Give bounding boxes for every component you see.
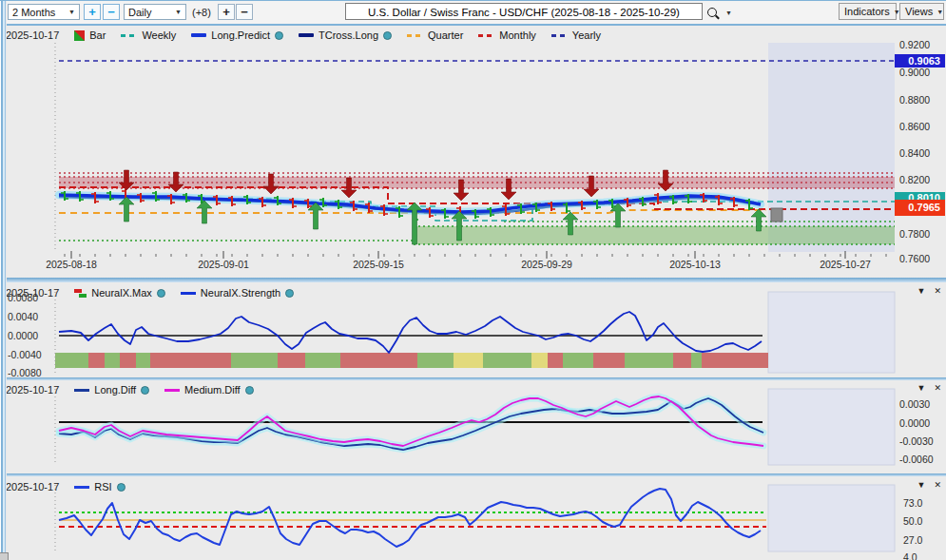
neuralx-max-strip-segment xyxy=(88,353,105,368)
neuralx-max-strip-segment xyxy=(548,353,563,368)
neuralx-max-strip-segment xyxy=(563,353,593,368)
panel-separator[interactable] xyxy=(0,278,946,282)
legend-item-rsi[interactable]: RSI xyxy=(74,481,125,492)
neuralx-max-strip-segment xyxy=(136,353,150,368)
left-dock-strip xyxy=(0,1,7,560)
info-dot-icon[interactable] xyxy=(285,289,294,298)
neuralx-max-strip-segment xyxy=(531,353,548,368)
last-bar-marker xyxy=(771,208,782,222)
neuralx-max-icon xyxy=(74,288,87,299)
legend-label: NeuralX.Max xyxy=(91,287,152,299)
collapse-panel-icon[interactable]: ▼ xyxy=(917,286,926,296)
indicators-button[interactable]: Indicators ▼ xyxy=(839,3,897,20)
period-select-value: Daily xyxy=(128,7,151,18)
range-decrease-button[interactable]: − xyxy=(103,4,120,20)
main-chart-legend: 2025-10-17 BarWeeklyLong.PredictTCross.L… xyxy=(6,29,601,42)
range-select-value: 2 Months xyxy=(12,7,55,18)
legend-item-neuralx-max[interactable]: NeuralX.Max xyxy=(74,287,165,299)
neuralx-max-strip-segment xyxy=(702,353,768,368)
rsi-panel-header: 2025-10-17 RSI xyxy=(6,480,125,493)
legend-item-bar[interactable]: Bar xyxy=(74,29,106,41)
bar-offset-label: (+8) xyxy=(192,7,211,18)
corner-resize-box[interactable] xyxy=(0,552,9,560)
info-dot-icon[interactable] xyxy=(275,31,283,40)
panel-separator[interactable] xyxy=(0,377,946,380)
legend-item-yearly[interactable]: Yearly xyxy=(551,29,601,41)
legend-label: Long.Diff xyxy=(94,384,136,396)
neuralx-max-strip-segment xyxy=(305,353,340,368)
legend-label: NeuralX.Strength xyxy=(201,287,280,299)
info-dot-icon[interactable] xyxy=(157,289,165,298)
line-swatch-icon xyxy=(407,34,423,37)
close-panel-icon[interactable]: ✕ xyxy=(934,286,941,296)
line-swatch-icon xyxy=(74,486,89,489)
info-dot-icon[interactable] xyxy=(383,31,392,40)
neuralx-panel-controls: ▼ ✕ xyxy=(917,286,941,296)
legend-item-long-diff[interactable]: Long.Diff xyxy=(74,384,149,396)
info-dot-icon[interactable] xyxy=(245,386,254,395)
diff-projection-region xyxy=(768,389,895,465)
neuralx-max-strip-segment xyxy=(278,353,305,368)
collapse-panel-icon[interactable]: ▼ xyxy=(917,480,926,490)
toolbar-separator xyxy=(0,24,946,26)
legend-items: NeuralX.MaxNeuralX.Strength xyxy=(74,287,294,299)
neuralx-max-strip-segment xyxy=(691,353,702,368)
legend-items: Long.DiffMedium.Diff xyxy=(74,384,253,396)
close-panel-icon[interactable]: ✕ xyxy=(934,383,941,393)
legend-item-tcross-long[interactable]: TCross.Long xyxy=(299,29,392,41)
legend-items: BarWeeklyLong.PredictTCross.LongQuarterM… xyxy=(74,29,601,41)
chevron-down-icon: ▼ xyxy=(722,10,732,16)
legend-label: RSI xyxy=(94,481,111,492)
panel-separator[interactable] xyxy=(0,473,946,476)
offset-increase-button[interactable]: + xyxy=(218,4,235,20)
legend-label: Bar xyxy=(89,29,106,41)
chevron-down-icon: ▼ xyxy=(65,9,75,15)
search-icon xyxy=(707,8,717,17)
neuralx-max-strip-segment xyxy=(454,353,483,368)
neuralx-panel-header: 2025-10-17 NeuralX.MaxNeuralX.Strength xyxy=(6,286,294,299)
legend-item-weekly[interactable]: Weekly xyxy=(121,29,176,41)
legend-item-quarter[interactable]: Quarter xyxy=(407,29,463,41)
collapse-panel-icon[interactable]: ▼ xyxy=(917,383,926,393)
neuralx-max-strip-segment xyxy=(150,353,231,368)
toolbar: 2 Months ▼ + − Daily ▼ (+8) + − U.S. Dol… xyxy=(0,1,946,24)
bar-legend-icon xyxy=(74,30,85,41)
period-select[interactable]: Daily ▼ xyxy=(124,4,186,20)
neuralx-max-strip-segment xyxy=(340,353,417,368)
cursor-date-label: 2025-10-17 xyxy=(6,384,59,396)
rsi-line xyxy=(59,489,761,547)
neuralx-max-strip-segment xyxy=(673,353,691,368)
cursor-date-label: 2025-10-17 xyxy=(6,481,59,492)
trading-app-window: 2 Months ▼ + − Daily ▼ (+8) + − U.S. Dol… xyxy=(0,0,946,560)
info-dot-icon[interactable] xyxy=(141,386,149,395)
line-swatch-icon xyxy=(478,34,494,37)
search-button[interactable]: ▼ xyxy=(707,5,732,20)
chevron-down-icon: ▼ xyxy=(890,9,900,15)
line-swatch-icon xyxy=(551,34,568,37)
rsi-projection-region xyxy=(768,485,895,551)
line-swatch-icon xyxy=(191,33,206,37)
legend-label: Long.Predict xyxy=(211,29,270,41)
line-swatch-icon xyxy=(74,389,89,392)
line-swatch-icon xyxy=(181,292,196,295)
legend-items: RSI xyxy=(74,481,125,492)
range-select[interactable]: 2 Months ▼ xyxy=(8,4,80,20)
legend-label: TCross.Long xyxy=(319,29,378,41)
offset-decrease-button[interactable]: − xyxy=(236,4,253,20)
indicators-button-label: Indicators xyxy=(844,6,890,17)
legend-label: Yearly xyxy=(572,29,601,41)
legend-item-neuralx-strength[interactable]: NeuralX.Strength xyxy=(181,287,294,299)
rsi-panel-controls: ▼ ✕ xyxy=(917,480,941,490)
legend-item-monthly[interactable]: Monthly xyxy=(478,29,536,41)
line-swatch-icon xyxy=(121,34,137,37)
neuralx-max-strip-segment xyxy=(483,353,531,368)
support-band xyxy=(414,226,895,244)
legend-item-medium-diff[interactable]: Medium.Diff xyxy=(164,384,253,396)
close-panel-icon[interactable]: ✕ xyxy=(934,480,941,490)
range-increase-button[interactable]: + xyxy=(84,4,101,20)
legend-item-long-predict[interactable]: Long.Predict xyxy=(191,29,283,41)
neuralx-max-strip-segment xyxy=(417,353,454,368)
views-button[interactable]: Views ▼ xyxy=(899,3,944,20)
main-projection-region xyxy=(768,43,895,252)
info-dot-icon[interactable] xyxy=(117,483,125,492)
